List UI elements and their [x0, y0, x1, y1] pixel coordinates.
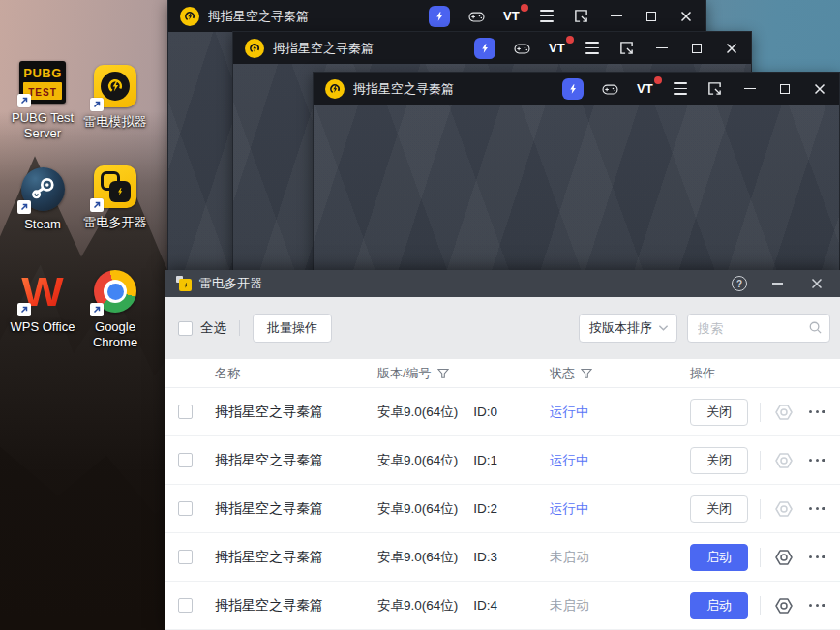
instance-id: ID:2	[473, 501, 497, 516]
minimize-button[interactable]	[608, 8, 624, 24]
row-checkbox[interactable]	[178, 453, 193, 467]
gamepad-icon[interactable]	[602, 80, 618, 97]
close-button[interactable]	[677, 8, 694, 24]
boost-icon[interactable]	[429, 6, 450, 27]
instance-id: ID:0	[473, 405, 497, 419]
settings-gear-icon[interactable]	[773, 547, 795, 568]
close-button[interactable]	[723, 40, 739, 56]
ops-divider	[760, 596, 761, 615]
start-button[interactable]: 启动	[690, 592, 748, 619]
menu-icon[interactable]	[672, 80, 688, 97]
status-badge: 未启动	[550, 549, 589, 566]
table-header: 名称 版本/编号 状态 操作	[165, 359, 840, 388]
select-all-checkbox[interactable]	[178, 321, 193, 336]
mini-window-icon[interactable]	[706, 80, 723, 97]
manager-titlebar[interactable]: 雷电多开器 ?	[165, 270, 840, 297]
close-button[interactable]	[808, 276, 825, 292]
sort-dropdown[interactable]: 按版本排序	[579, 314, 677, 343]
stop-button[interactable]: 关闭	[690, 495, 748, 523]
status-badge: 未启动	[550, 597, 589, 615]
shortcut-arrow-icon	[90, 98, 104, 111]
ldplayer-logo-icon	[180, 7, 199, 26]
desktop-icon-ld-multiplayer[interactable]: 雷电多开器	[73, 165, 158, 230]
window-title: 拇指星空之寻秦篇	[273, 40, 374, 57]
desktop-icon-label: WPS Office	[11, 319, 75, 335]
emulator-titlebar[interactable]: 拇指星空之寻秦篇 VT	[314, 73, 839, 105]
more-options-icon[interactable]	[805, 406, 829, 417]
more-options-icon[interactable]	[805, 552, 829, 562]
more-options-icon[interactable]	[805, 503, 829, 514]
ld-multiplayer-logo-icon	[176, 276, 192, 291]
notification-dot	[521, 4, 528, 12]
instance-name: 拇指星空之寻秦篇	[215, 549, 377, 566]
help-icon[interactable]: ?	[732, 276, 747, 291]
table-row: 拇指星空之寻秦篇 安卓9.0(64位)ID:4 未启动 启动	[165, 582, 840, 630]
minimize-button[interactable]	[769, 276, 786, 292]
mini-window-icon[interactable]	[618, 40, 635, 56]
search-box	[687, 314, 830, 343]
ops-divider	[760, 403, 761, 422]
status-badge: 运行中	[550, 404, 589, 421]
maximize-button[interactable]	[643, 8, 659, 24]
desktop-icon-label: 雷电多开器	[84, 215, 147, 230]
menu-icon[interactable]	[538, 8, 555, 24]
settings-gear-icon[interactable]	[773, 402, 795, 423]
emulator-titlebar[interactable]: 拇指星空之寻秦篇 VT	[233, 32, 751, 64]
row-checkbox[interactable]	[178, 501, 193, 516]
header-version: 版本/编号	[377, 365, 432, 382]
window-title: 拇指星空之寻秦篇	[353, 80, 454, 98]
emulator-screen[interactable]	[314, 105, 839, 271]
manager-toolbar: 全选 批量操作 按版本排序	[165, 297, 840, 359]
desktop-icon-google-chrome[interactable]: Google Chrome	[73, 269, 158, 350]
gamepad-icon[interactable]	[514, 40, 530, 56]
manager-window-title: 雷电多开器	[199, 275, 262, 292]
filter-icon[interactable]	[437, 368, 449, 379]
notification-dot	[566, 36, 574, 44]
sort-dropdown-value: 按版本排序	[589, 319, 658, 337]
boost-icon[interactable]	[474, 38, 495, 59]
more-options-icon[interactable]	[805, 600, 829, 611]
emulator-titlebar[interactable]: 拇指星空之寻秦篇 VT	[168, 0, 705, 32]
batch-operations-button[interactable]: 批量操作	[253, 314, 332, 343]
shortcut-arrow-icon	[17, 303, 31, 316]
vt-icon[interactable]: VT	[637, 80, 653, 97]
instance-version: 安卓9.0(64位)	[377, 597, 458, 615]
settings-gear-icon[interactable]	[773, 498, 795, 520]
pubg-icon-text: PUBG	[23, 66, 62, 80]
boost-icon[interactable]	[562, 78, 584, 100]
stop-button[interactable]: 关闭	[690, 399, 748, 426]
instance-id: ID:4	[473, 598, 497, 613]
vt-icon[interactable]: VT	[503, 8, 520, 24]
menu-icon[interactable]	[584, 40, 600, 56]
status-badge: 运行中	[550, 452, 589, 469]
instance-name: 拇指星空之寻秦篇	[215, 597, 377, 615]
stop-button[interactable]: 关闭	[690, 447, 748, 474]
notification-dot	[654, 76, 662, 84]
settings-gear-icon[interactable]	[773, 595, 795, 616]
filter-icon[interactable]	[581, 368, 592, 379]
start-button[interactable]: 启动	[690, 544, 748, 571]
close-button[interactable]	[811, 80, 827, 97]
row-checkbox[interactable]	[178, 550, 193, 564]
row-checkbox[interactable]	[178, 405, 193, 419]
instance-version: 安卓9.0(64位)	[377, 404, 458, 421]
maximize-button[interactable]	[776, 80, 793, 97]
more-options-icon[interactable]	[805, 455, 829, 465]
instance-version: 安卓9.0(64位)	[377, 500, 458, 518]
search-icon	[808, 320, 823, 335]
gamepad-icon[interactable]	[468, 8, 485, 24]
vt-icon[interactable]: VT	[549, 40, 565, 56]
row-checkbox[interactable]	[178, 598, 193, 613]
ops-divider	[760, 451, 761, 470]
toolbar-divider	[239, 320, 240, 336]
pubg-icon-test-text: TEST	[28, 87, 57, 98]
desktop-icon-label: 雷电模拟器	[84, 114, 147, 130]
minimize-button[interactable]	[741, 80, 758, 97]
maximize-button[interactable]	[688, 40, 705, 56]
shortcut-arrow-icon	[90, 198, 104, 212]
minimize-button[interactable]	[653, 40, 670, 56]
instance-name: 拇指星空之寻秦篇	[215, 500, 377, 518]
mini-window-icon[interactable]	[573, 8, 589, 24]
desktop-icon-ldplayer[interactable]: 雷电模拟器	[73, 64, 158, 130]
settings-gear-icon[interactable]	[773, 450, 795, 471]
